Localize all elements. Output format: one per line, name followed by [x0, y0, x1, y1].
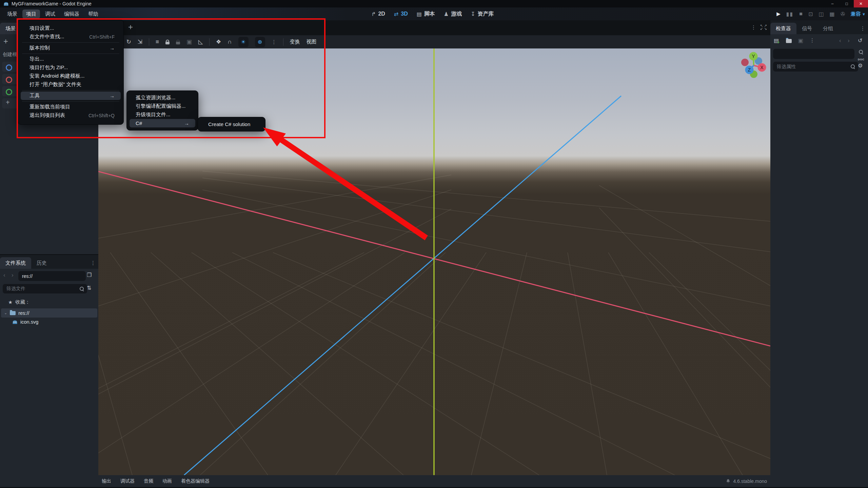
menu-project[interactable]: 项目: [22, 9, 40, 19]
sun-environment-menu-icon[interactable]: ⋮: [272, 39, 277, 45]
ruler-icon[interactable]: ◺: [198, 38, 203, 45]
tab-groups[interactable]: 分组: [817, 23, 839, 34]
new-resource-icon[interactable]: ▤+: [774, 37, 779, 44]
history-back-icon[interactable]: ‹: [839, 37, 841, 44]
tree-item-res-root[interactable]: ⌄ res://: [1, 308, 97, 318]
menu-item-reload-project[interactable]: 重新加载当前项目: [21, 103, 121, 111]
assetlib-download-icon: ↧: [471, 11, 475, 17]
menu-item-engine-compile-config[interactable]: 引擎编译配置编辑器...: [130, 102, 195, 110]
tab-filesystem[interactable]: 文件系统: [0, 257, 31, 269]
workspace-2d[interactable]: ↱2D: [371, 11, 385, 17]
renderer-selector[interactable]: 兼容 ∨: [851, 11, 865, 17]
close-button[interactable]: ✕: [854, 0, 868, 7]
preview-sunlight-toggle[interactable]: ☀: [238, 37, 249, 47]
scene-tab-bar: + ⋮ ↖↗↙↘: [98, 20, 770, 35]
menu-item-export[interactable]: 导出...: [21, 55, 121, 63]
workspace-assetlib[interactable]: ↧资产库: [471, 11, 494, 18]
open-docs-icon[interactable]: DOC: [858, 49, 864, 62]
play-remote-icon[interactable]: ⊡: [808, 11, 813, 17]
menu-item-version-control[interactable]: 版本控制→: [21, 44, 121, 52]
workspace-3d[interactable]: ⇄3D: [394, 11, 408, 17]
play-current-scene-button[interactable]: ◫: [818, 11, 824, 17]
sun-icon: ☀: [241, 39, 245, 45]
version-info[interactable]: 4.6.stable.mono: [726, 479, 767, 484]
split-view-icon[interactable]: ❐: [87, 272, 92, 278]
filter-properties-input[interactable]: 筛选属性: [773, 62, 858, 72]
tree-item-icon-svg[interactable]: icon.svg: [12, 319, 38, 325]
scene-tabs-menu-icon[interactable]: ⋮: [751, 24, 756, 30]
caret-down-icon[interactable]: ⌄: [4, 311, 7, 315]
scale-tool-icon[interactable]: ⇲: [138, 38, 142, 45]
panel-debugger[interactable]: 调试器: [120, 478, 135, 484]
save-resource-icon[interactable]: ▣: [798, 37, 803, 44]
stop-button[interactable]: ■: [799, 11, 803, 17]
property-tools-icon[interactable]: ⚙: [858, 62, 863, 69]
movie-maker-icon[interactable]: ✇: [841, 11, 845, 17]
workspace-game[interactable]: ♟游戏: [444, 11, 462, 18]
menu-item-csharp[interactable]: C#→: [130, 119, 195, 127]
submenu-arrow-icon: →: [110, 45, 115, 51]
workspace-game-label: 游戏: [451, 11, 462, 18]
renderer-label: 兼容: [851, 11, 861, 17]
transform-menu[interactable]: 变换: [290, 39, 300, 45]
panel-audio[interactable]: 音频: [144, 478, 153, 484]
menu-help[interactable]: 帮助: [84, 9, 102, 19]
panel-output[interactable]: 输出: [102, 478, 111, 484]
tab-inspector[interactable]: 检查器: [770, 23, 796, 34]
menu-item-quit-to-project-list[interactable]: 退出到项目列表Ctrl+Shift+Q: [21, 111, 121, 120]
maximize-button[interactable]: □: [840, 0, 854, 7]
nav-forward-icon[interactable]: ›: [12, 272, 14, 279]
nav-back-icon[interactable]: ‹: [3, 272, 5, 279]
tab-history[interactable]: 历史: [31, 257, 52, 269]
workspace-script[interactable]: ▤脚本: [417, 11, 435, 18]
menu-item-find-in-files[interactable]: 在文件中查找...Ctrl+Shift+F: [21, 33, 121, 41]
panel-shader-editor[interactable]: 着色器编辑器: [181, 478, 210, 484]
inspector-menu-icon[interactable]: ⋮: [860, 25, 865, 32]
filter-files-input[interactable]: 筛选文件: [3, 284, 87, 293]
filesystem-menu-icon[interactable]: ⋮: [91, 260, 96, 266]
inspector-dock-tabs: 检查器 信号 分组 ⋮: [770, 20, 868, 34]
view-menu[interactable]: 视图: [307, 39, 317, 45]
add-node-button[interactable]: +: [3, 37, 8, 46]
resource-menu-icon[interactable]: ⋮: [810, 37, 815, 43]
lock-icon[interactable]: [165, 42, 170, 44]
play-button[interactable]: ▶: [776, 11, 781, 17]
menu-editor[interactable]: 编辑器: [60, 9, 83, 19]
workspace-2d-label: 2D: [378, 11, 385, 17]
menu-item-pack-zip[interactable]: 项目打包为 ZIP...: [21, 63, 121, 72]
menu-item-label: 升级项目文件...: [136, 111, 171, 118]
tab-signals[interactable]: 信号: [796, 23, 817, 34]
menu-item-label: Create C# solution: [208, 121, 250, 127]
pause-button[interactable]: ▮▮: [786, 11, 794, 17]
menu-item-upgrade-project-files[interactable]: 升级项目文件...: [130, 110, 195, 119]
menu-item-open-user-data-folder[interactable]: 打开 “用户数据” 文件夹: [21, 80, 121, 89]
object-history-icon[interactable]: ↺: [858, 37, 862, 44]
distraction-free-icon[interactable]: ↖↗↙↘: [760, 24, 767, 30]
group-icon[interactable]: ▣: [186, 38, 192, 45]
rotate-tool-icon[interactable]: ↻: [126, 38, 131, 45]
list-select-icon[interactable]: ≡: [156, 39, 159, 45]
menu-debug[interactable]: 调试: [41, 9, 59, 19]
sort-files-icon[interactable]: ⇅: [87, 285, 91, 291]
panel-animation[interactable]: 动画: [162, 478, 172, 484]
menu-item-install-android-template[interactable]: 安装 Android 构建模板...: [21, 72, 121, 80]
menu-item-project-settings[interactable]: 项目设置...: [21, 24, 121, 33]
axis-gizmo[interactable]: Y X Z: [735, 47, 772, 84]
minimize-button[interactable]: –: [825, 0, 840, 7]
play-custom-scene-button[interactable]: ▦: [830, 11, 835, 17]
load-resource-icon[interactable]: [786, 38, 792, 44]
new-scene-tab-button[interactable]: +: [128, 22, 133, 32]
camera-preview-icon[interactable]: ❖: [216, 38, 221, 45]
menu-item-create-csharp-solution[interactable]: Create C# solution: [201, 120, 262, 128]
snap-icon[interactable]: ∩: [228, 39, 232, 45]
menu-scene[interactable]: 场景: [3, 9, 21, 19]
path-field[interactable]: res://: [18, 271, 86, 281]
menu-item-label: 工具: [29, 93, 40, 99]
menu-item-tools[interactable]: 工具→: [21, 92, 121, 100]
3d-viewport[interactable]: Y X Z: [98, 48, 770, 475]
unlock-icon[interactable]: [176, 42, 180, 44]
workspace-assetlib-label: 资产库: [478, 11, 494, 18]
preview-environment-toggle[interactable]: ⊕: [255, 37, 265, 47]
history-forward-icon[interactable]: ›: [848, 37, 850, 44]
menu-item-orphan-resource-explorer[interactable]: 孤立资源浏览器...: [130, 94, 195, 102]
